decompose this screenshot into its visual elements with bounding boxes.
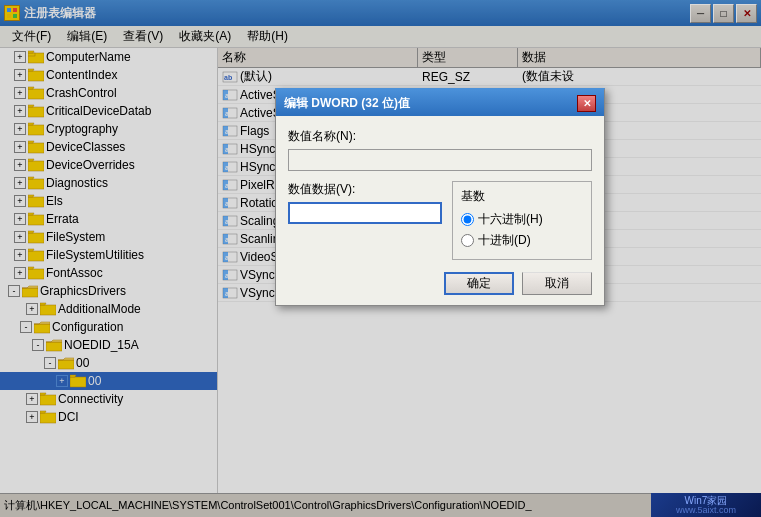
dialog-main-row: 数值数据(V): 基数 十六进制(H) 十进制(D) xyxy=(288,181,592,260)
dialog-base-label: 基数 xyxy=(461,188,583,205)
radio-dec-label: 十进制(D) xyxy=(478,232,531,249)
watermark-subtext: www.5aixt.com xyxy=(676,506,736,515)
radio-hex-label: 十六进制(H) xyxy=(478,211,543,228)
radio-hex-row: 十六进制(H) xyxy=(461,211,583,228)
dialog-name-input[interactable] xyxy=(288,149,592,171)
dialog-name-label: 数值名称(N): xyxy=(288,128,592,145)
dialog-overlay: 编辑 DWORD (32 位)值 ✕ 数值名称(N): 数值数据(V): 基数 … xyxy=(0,0,761,517)
dialog-value-section: 数值数据(V): xyxy=(288,181,442,224)
edit-dword-dialog: 编辑 DWORD (32 位)值 ✕ 数值名称(N): 数值数据(V): 基数 … xyxy=(275,88,605,306)
watermark: Win7家园 www.5aixt.com xyxy=(651,493,761,517)
radio-dec-row: 十进制(D) xyxy=(461,232,583,249)
dialog-data-input[interactable] xyxy=(288,202,442,224)
dialog-title-text: 编辑 DWORD (32 位)值 xyxy=(284,95,410,112)
dialog-body: 数值名称(N): 数值数据(V): 基数 十六进制(H) 十进制(D) xyxy=(276,116,604,305)
dialog-ok-button[interactable]: 确定 xyxy=(444,272,514,295)
dialog-title-bar: 编辑 DWORD (32 位)值 ✕ xyxy=(276,90,604,116)
dialog-data-label: 数值数据(V): xyxy=(288,181,442,198)
radio-hex[interactable] xyxy=(461,213,474,226)
dialog-base-section: 基数 十六进制(H) 十进制(D) xyxy=(452,181,592,260)
dialog-cancel-button[interactable]: 取消 xyxy=(522,272,592,295)
dialog-close-button[interactable]: ✕ xyxy=(577,95,596,112)
dialog-buttons: 确定 取消 xyxy=(288,272,592,295)
watermark-text: Win7家园 xyxy=(685,496,728,506)
radio-dec[interactable] xyxy=(461,234,474,247)
